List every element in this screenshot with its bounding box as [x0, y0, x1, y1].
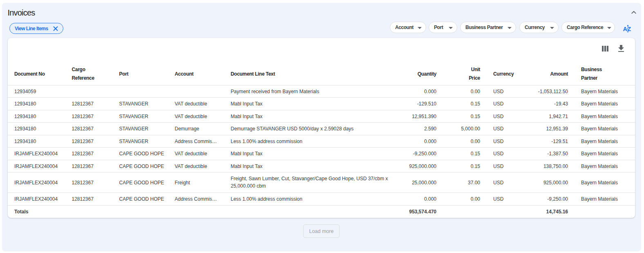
svg-text:Z: Z [627, 26, 631, 32]
svg-text:A: A [623, 26, 628, 32]
